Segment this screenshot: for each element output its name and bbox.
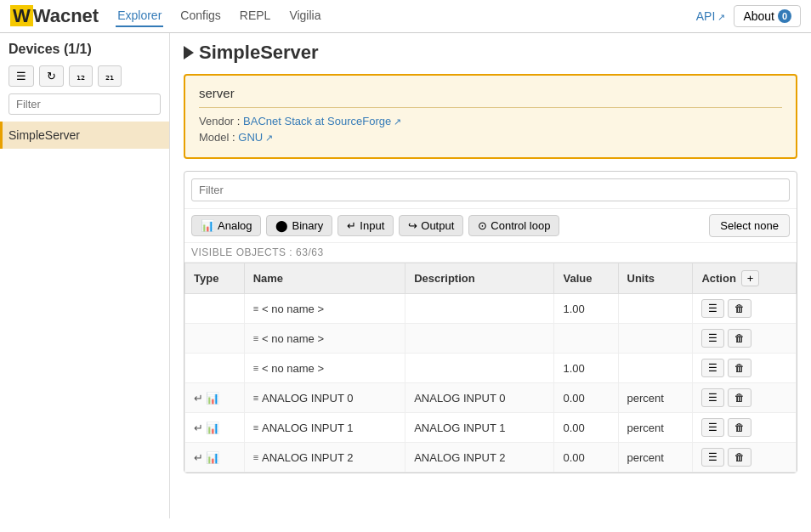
- select-none-button[interactable]: Select none: [709, 214, 790, 237]
- analog-icon: 📊: [206, 451, 219, 464]
- filter-control-loop-button[interactable]: ⊙ Control loop: [468, 215, 559, 236]
- cell-type: [185, 354, 245, 383]
- model-link[interactable]: GNU: [238, 131, 273, 144]
- nav-explorer[interactable]: Explorer: [116, 5, 163, 27]
- cell-action: ☰ 🗑: [693, 383, 797, 413]
- cell-name: ≡ < no name >: [244, 294, 406, 324]
- about-button[interactable]: About 0: [734, 5, 801, 27]
- cell-type: [185, 324, 245, 354]
- object-name-text: < no name >: [262, 303, 324, 315]
- col-action: Action +: [693, 263, 797, 294]
- sort-asc-button[interactable]: ₁₂: [69, 65, 93, 87]
- cell-name: ≡ ANALOG INPUT 2: [244, 443, 406, 473]
- table-row: ≡ < no name > 1.00 ☰ 🗑: [185, 354, 797, 383]
- server-info-box: server Vendor : BACnet Stack at SourceFo…: [184, 74, 797, 159]
- input-icon: ↵: [194, 451, 203, 464]
- delete-button[interactable]: 🗑: [728, 388, 751, 407]
- objects-filter: [184, 172, 797, 209]
- details-button[interactable]: ☰: [701, 448, 724, 467]
- filter-buttons: 📊 Analog ⬤ Binary ↵ Input ↪ Output ⊙: [184, 209, 797, 243]
- object-name-text: ANALOG INPUT 2: [262, 451, 353, 464]
- api-link[interactable]: API: [696, 9, 726, 23]
- delete-button[interactable]: 🗑: [728, 329, 751, 348]
- objects-table: Type Name Description Value Units Action…: [184, 263, 797, 473]
- visible-objects-count: Visible objects : 63/63: [184, 243, 797, 263]
- details-button[interactable]: ☰: [701, 299, 724, 318]
- delete-button[interactable]: 🗑: [728, 299, 751, 318]
- cell-action: ☰ 🗑: [693, 443, 797, 473]
- delete-button[interactable]: 🗑: [728, 418, 751, 437]
- nav-repl[interactable]: REPL: [238, 5, 273, 27]
- sort-desc-button[interactable]: ₂₁: [98, 65, 122, 87]
- object-icon: ≡: [253, 422, 258, 433]
- object-icon: ≡: [253, 333, 258, 343]
- refresh-button[interactable]: ↻: [39, 65, 64, 87]
- objects-table-scroll[interactable]: Type Name Description Value Units Action…: [184, 263, 797, 473]
- action-header: Action +: [701, 270, 787, 286]
- logo: WWacnet: [10, 5, 99, 27]
- about-label: About: [743, 9, 774, 23]
- arrow-in-icon: ↵: [347, 219, 356, 232]
- sidebar-item-simpleserver[interactable]: SimpleServer: [0, 122, 169, 149]
- header: WWacnet Explorer Configs REPL Vigilia AP…: [0, 0, 811, 33]
- cell-type: ↵ 📊: [185, 383, 245, 413]
- list-view-button[interactable]: ☰: [9, 65, 34, 87]
- help-icon: 0: [778, 9, 791, 23]
- filter-input-button[interactable]: ↵ Input: [337, 215, 394, 236]
- filter-output-label: Output: [421, 219, 454, 232]
- vendor-link[interactable]: BACnet Stack at SourceForge: [243, 115, 401, 127]
- nav: Explorer Configs REPL Vigilia: [116, 5, 696, 27]
- delete-button[interactable]: 🗑: [728, 359, 751, 377]
- expand-icon: [184, 46, 194, 59]
- input-icon: ↵: [194, 422, 203, 434]
- cell-value: 1.00: [554, 294, 618, 324]
- cell-value: 1.00: [554, 354, 618, 383]
- sidebar: Devices (1/1) ☰ ↻ ₁₂ ₂₁ SimpleServer: [0, 33, 170, 518]
- filter-binary-button[interactable]: ⬤ Binary: [266, 215, 332, 236]
- object-icon: ≡: [253, 363, 258, 373]
- objects-filter-input[interactable]: [191, 178, 790, 201]
- arrow-out-icon: ↪: [408, 219, 417, 232]
- cell-value: [554, 324, 618, 354]
- col-units: Units: [618, 263, 693, 294]
- server-title-text: SimpleServer: [199, 42, 319, 64]
- cell-action: ☰ 🗑: [693, 413, 797, 443]
- details-button[interactable]: ☰: [701, 329, 724, 348]
- nav-configs[interactable]: Configs: [179, 5, 222, 27]
- nav-vigilia[interactable]: Vigilia: [287, 5, 322, 27]
- main-layout: Devices (1/1) ☰ ↻ ₁₂ ₂₁ SimpleServer Sim…: [0, 33, 811, 518]
- logo-text: Wacnet: [33, 5, 99, 26]
- delete-button[interactable]: 🗑: [728, 448, 751, 467]
- table-row: ≡ < no name > ☰ 🗑: [185, 324, 797, 354]
- filter-control-loop-label: Control loop: [491, 219, 550, 232]
- model-label: Model: [199, 131, 229, 144]
- add-object-button[interactable]: +: [741, 270, 760, 286]
- cell-units: [618, 324, 693, 354]
- cell-value: 0.00: [554, 413, 618, 443]
- sidebar-filter-input[interactable]: [9, 93, 161, 115]
- cell-description: ANALOG INPUT 0: [406, 383, 554, 413]
- filter-analog-label: Analog: [218, 219, 252, 232]
- col-description: Description: [406, 263, 554, 294]
- cell-units: [618, 294, 693, 324]
- filter-input-label: Input: [360, 219, 384, 232]
- control-loop-icon: ⊙: [478, 219, 487, 232]
- cell-description: [406, 294, 554, 324]
- col-value: Value: [554, 263, 618, 294]
- details-button[interactable]: ☰: [701, 418, 724, 437]
- details-button[interactable]: ☰: [701, 359, 724, 377]
- vendor-label: Vendor: [199, 115, 234, 127]
- object-name-text: ANALOG INPUT 1: [262, 422, 353, 434]
- filter-analog-button[interactable]: 📊 Analog: [191, 215, 261, 236]
- cell-action: ☰ 🗑: [693, 324, 797, 354]
- header-right: API About 0: [696, 5, 801, 27]
- objects-area: 📊 Analog ⬤ Binary ↵ Input ↪ Output ⊙: [184, 171, 797, 473]
- object-name-text: < no name >: [262, 332, 324, 345]
- object-icon: ≡: [253, 303, 258, 314]
- filter-output-button[interactable]: ↪ Output: [399, 215, 463, 236]
- sidebar-toolbar: ☰ ↻ ₁₂ ₂₁: [0, 65, 169, 93]
- details-button[interactable]: ☰: [701, 388, 724, 407]
- cell-value: 0.00: [554, 443, 618, 473]
- logo-w: W: [10, 5, 33, 26]
- server-name: server: [199, 86, 782, 108]
